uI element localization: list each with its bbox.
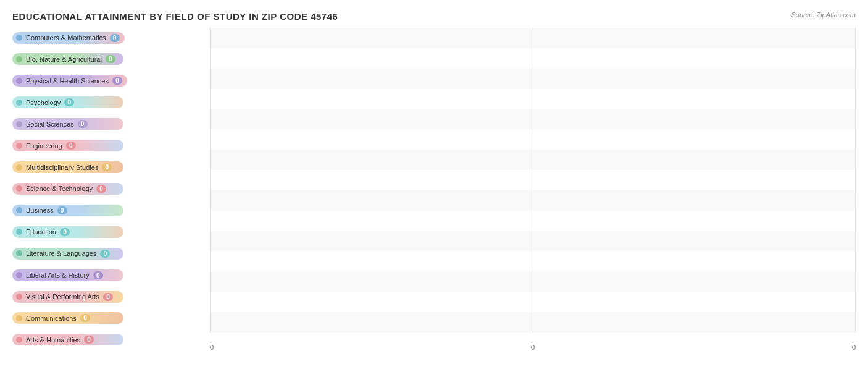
bar-pill: Engineering0: [12, 140, 123, 151]
bar-value-badge: 0: [112, 77, 122, 85]
bar-dot-icon: [16, 207, 22, 213]
bar-label: Business: [26, 206, 54, 214]
bar-label: Computers & Mathematics: [26, 34, 106, 41]
x-axis-labels: 0 0 0: [210, 344, 856, 351]
bar-dot-icon: [16, 272, 22, 278]
bar-label: Psychology: [26, 99, 61, 106]
chart-source: Source: ZipAtlas.com: [791, 11, 856, 19]
grid-lines: [210, 28, 856, 333]
bar-dot-icon: [16, 143, 22, 149]
bar-pill: Liberal Arts & History0: [12, 269, 123, 281]
bar-label: Literature & Languages: [26, 250, 96, 257]
bar-pill: Physical & Health Sciences0: [12, 75, 127, 87]
bar-value-badge: 0: [57, 206, 67, 214]
bar-row: Psychology0: [12, 93, 210, 112]
bar-value-badge: 0: [60, 228, 70, 236]
bar-pill: Science & Technology0: [12, 183, 123, 195]
bar-dot-icon: [16, 100, 22, 106]
bar-value-badge: 0: [103, 293, 113, 301]
bar-label: Education: [26, 228, 56, 235]
bar-label: Communications: [26, 315, 77, 322]
bar-row: Communications0: [12, 308, 210, 328]
bar-value-badge: 0: [96, 185, 106, 193]
x-label-0: 0: [210, 344, 214, 351]
bar-row: Arts & Humanities0: [12, 330, 210, 350]
bar-label: Science & Technology: [26, 185, 93, 192]
bar-dot-icon: [16, 315, 22, 321]
bar-row: Education0: [12, 222, 210, 242]
bar-dot-icon: [16, 337, 22, 343]
bar-dot-icon: [16, 78, 22, 84]
bar-row: Literature & Languages0: [12, 244, 210, 263]
bar-pill: Business0: [12, 205, 123, 216]
bars-section: Computers & Mathematics0Bio, Nature & Ag…: [12, 28, 210, 351]
bar-value-badge: 0: [66, 142, 76, 150]
bar-value-badge: 0: [64, 98, 74, 106]
bar-value-badge: 0: [110, 34, 120, 42]
chart-area: Computers & Mathematics0Bio, Nature & Ag…: [12, 28, 856, 351]
bar-label: Physical & Health Sciences: [26, 77, 109, 85]
bar-row: Business0: [12, 200, 210, 220]
bar-label: Social Sciences: [26, 121, 74, 128]
bar-pill: Bio, Nature & Agricultural0: [12, 53, 123, 65]
chart-container: EDUCATIONAL ATTAINMENT BY FIELD OF STUDY…: [0, 0, 868, 390]
grid-section: 0 0 0: [210, 28, 856, 351]
bar-label: Multidisciplinary Studies: [26, 164, 98, 171]
bar-pill: Multidisciplinary Studies0: [12, 161, 123, 173]
bar-dot-icon: [16, 56, 22, 62]
bar-dot-icon: [16, 164, 22, 171]
bar-dot-icon: [16, 250, 22, 256]
bar-label: Bio, Nature & Agricultural: [26, 56, 102, 63]
bar-row: Bio, Nature & Agricultural0: [12, 49, 210, 69]
bar-row: Science & Technology0: [12, 179, 210, 198]
grid-line-3: [855, 28, 856, 333]
bar-pill: Computers & Mathematics0: [12, 32, 125, 44]
chart-title: EDUCATIONAL ATTAINMENT BY FIELD OF STUDY…: [12, 11, 856, 22]
bar-dot-icon: [16, 35, 22, 41]
bar-row: Engineering0: [12, 136, 210, 156]
bar-row: Visual & Performing Arts0: [12, 287, 210, 307]
bar-row: Multidisciplinary Studies0: [12, 158, 210, 177]
bar-value-badge: 0: [84, 336, 94, 344]
bar-pill: Arts & Humanities0: [12, 334, 123, 345]
bar-pill: Communications0: [12, 312, 123, 324]
bar-label: Arts & Humanities: [26, 336, 80, 344]
bar-pill: Education0: [12, 226, 123, 238]
grid-line-1: [210, 28, 211, 333]
bar-label: Liberal Arts & History: [26, 271, 90, 279]
x-label-2: 0: [852, 344, 856, 351]
bar-label: Visual & Performing Arts: [26, 293, 99, 300]
bar-pill: Visual & Performing Arts0: [12, 291, 123, 303]
bar-value-badge: 0: [100, 250, 110, 258]
bar-pill: Psychology0: [12, 96, 123, 108]
bar-row: Social Sciences0: [12, 114, 210, 134]
bar-value-badge: 0: [93, 271, 103, 279]
x-label-1: 0: [531, 344, 535, 351]
bar-row: Physical & Health Sciences0: [12, 71, 210, 91]
bar-label: Engineering: [26, 142, 62, 150]
bar-pill: Social Sciences0: [12, 118, 123, 130]
bar-dot-icon: [16, 294, 22, 300]
bar-dot-icon: [16, 121, 22, 127]
bar-value-badge: 0: [80, 314, 90, 322]
bar-dot-icon: [16, 185, 22, 192]
bar-row: Liberal Arts & History0: [12, 265, 210, 285]
bar-value-badge: 0: [106, 55, 115, 63]
grid-line-2: [533, 28, 533, 333]
bar-row: Computers & Mathematics0: [12, 28, 210, 48]
bar-value-badge: 0: [102, 163, 112, 171]
bar-value-badge: 0: [78, 120, 88, 128]
bar-dot-icon: [16, 229, 22, 235]
bar-pill: Literature & Languages0: [12, 248, 123, 260]
